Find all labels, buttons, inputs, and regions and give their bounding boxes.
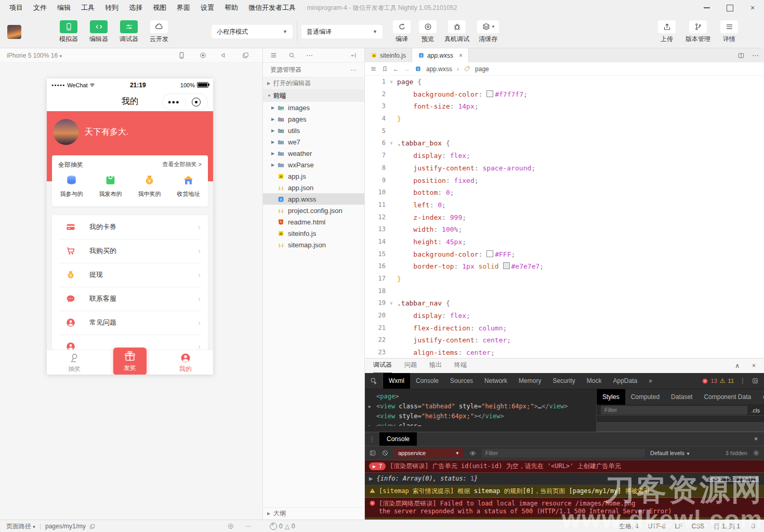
tree-item-readme.html[interactable]: ▶5readme.html (263, 216, 364, 228)
minimize-button[interactable] (695, 0, 718, 16)
project-root-section[interactable]: ▼ 前端 (263, 89, 364, 102)
repeat-count-badge[interactable]: ▶ 7 (369, 462, 386, 470)
menu-item-2[interactable]: 编辑 (52, 3, 76, 12)
menu-item-常见问题[interactable]: 常见问题› (52, 311, 208, 335)
error-count[interactable]: 13 (711, 378, 717, 384)
live-expression-icon[interactable] (469, 449, 477, 457)
devtools-tab-security[interactable]: Security (547, 373, 581, 389)
debugger-tab-终端[interactable]: 终端 (454, 358, 467, 373)
more-icon[interactable]: ⋯ (306, 51, 313, 59)
kebab-menu-icon[interactable]: ⋮ (740, 377, 746, 384)
menu-item-6[interactable]: 视图 (148, 3, 172, 12)
expand-arrow-icon[interactable]: ▶ (368, 421, 371, 426)
open-editors-section[interactable]: ▶ 打开的编辑器 (263, 77, 364, 89)
version-manage-button[interactable]: 版本管理 (683, 20, 713, 44)
close-tab-icon[interactable]: × (459, 52, 463, 59)
status-item-2[interactable]: UTF-8 (648, 523, 666, 530)
list-icon[interactable] (270, 51, 278, 59)
lottery-item-我发布的[interactable]: 我发布的 (91, 174, 130, 198)
speaker-icon[interactable] (220, 51, 228, 59)
fold-icon[interactable]: ∨ (386, 137, 397, 150)
styles-tab-computed[interactable]: Computed (625, 389, 665, 405)
console-sidebar-icon[interactable] (369, 449, 376, 457)
cloud-dev-button[interactable]: 云开发 (146, 20, 172, 44)
rotate-device-icon[interactable] (178, 51, 186, 59)
devtools-tab-console[interactable]: Console (410, 373, 444, 389)
mode-select[interactable]: 小程序模式 ▼ (212, 25, 293, 38)
maximize-button[interactable] (718, 0, 741, 16)
avatar[interactable] (53, 119, 79, 145)
menu-item-1[interactable]: 文件 (28, 3, 52, 12)
debugger-tab-输出[interactable]: 输出 (429, 358, 442, 373)
menu-item-8[interactable]: 设置 (195, 3, 219, 12)
styles-tab-component-data[interactable]: Component Data (698, 389, 757, 405)
console-filter-input[interactable]: Filter (482, 449, 645, 458)
styles-tab-dataset[interactable]: Dataset (665, 389, 698, 405)
console-message-0[interactable]: ▶ 7[渲染层错误] 广告单元 id(unit-id) 为空，请先在 '<URL… (365, 460, 764, 473)
styles-tab-styles[interactable]: Styles (597, 389, 625, 405)
devtools-tab-appdata[interactable]: AppData (607, 373, 643, 389)
problems-error-count[interactable]: 0 (279, 523, 283, 530)
lottery-item-我参与的[interactable]: 我参与的 (52, 174, 91, 198)
preview-button[interactable]: 预览 (415, 20, 441, 44)
editor-tab-app.wxss[interactable]: Sapp.wxss× (412, 48, 469, 62)
close-icon[interactable]: × (754, 435, 764, 443)
menu-item-0[interactable]: 项目 (4, 3, 28, 12)
console-message-1[interactable]: ▶ {info: Array(0), status: 1}news.js? [s… (365, 473, 764, 485)
devtools-tab-mock[interactable]: Mock (581, 373, 608, 389)
cls-toggle-button[interactable]: .cls (752, 407, 760, 414)
console-message-2[interactable]: [sitemap 索引情况提示] 根据 sitemap 的规则[0]，当前页面 … (365, 485, 764, 498)
menu-item-4[interactable]: 转到 (100, 3, 124, 12)
menu-item-10[interactable]: 微信开发者工具 (243, 3, 301, 12)
devtools-tab-sources[interactable]: Sources (444, 373, 479, 389)
lottery-item-收货地址[interactable]: 收货地址 (169, 174, 208, 198)
wxml-node-1[interactable]: ▶<view class="tabhead" style="height:64p… (365, 402, 596, 411)
wxml-tree[interactable]: <page>▶<view class="tabhead" style="heig… (365, 389, 597, 432)
js-context-select[interactable]: appservice ▼ (394, 448, 464, 458)
bell-icon[interactable] (749, 523, 757, 530)
more-icon[interactable]: ⋯ (245, 523, 251, 530)
fold-icon[interactable]: ∨ (386, 297, 397, 310)
tree-item-wxParse[interactable]: ▶wxParse (263, 159, 364, 170)
tree-item-images[interactable]: ▶images (263, 102, 364, 113)
debugger-tab-调试器[interactable]: 调试器 (373, 358, 392, 374)
debugger-tab-问题[interactable]: 问题 (404, 358, 417, 373)
kebab-menu-icon[interactable]: ⋮ (365, 435, 379, 443)
dock-icon[interactable] (752, 377, 759, 384)
real-device-debug-button[interactable]: 真机调试 (441, 20, 473, 44)
menu-item-联系客服[interactable]: 联系客服› (52, 287, 208, 311)
compile-mode-select[interactable]: 普通编译 ▼ (301, 25, 383, 38)
tab-我的[interactable]: 我的 (157, 350, 213, 375)
tree-item-utils[interactable]: ▶utils (263, 125, 364, 136)
close-button[interactable]: × (741, 0, 764, 16)
wxml-node-0[interactable]: <page> (365, 392, 596, 402)
expand-arrow-icon[interactable]: ▶ (368, 402, 371, 411)
menu-item-我购买的[interactable]: 我购买的› (52, 239, 208, 263)
nav-back-icon[interactable]: ← (393, 65, 399, 73)
search-icon[interactable] (288, 51, 296, 59)
tree-item-app.js[interactable]: ▶JSapp.js (263, 170, 364, 182)
editor-tab-siteinfo.js[interactable]: JSsiteinfo.js (365, 48, 412, 62)
console-messages[interactable]: ▶ 7[渲染层错误] 广告单元 id(unit-id) 为空，请先在 '<URL… (365, 460, 764, 520)
view-all-lottery-link[interactable]: 查看全部抽奖 > (163, 161, 202, 169)
code-editor[interactable]: 1∨page {2 background-color: #f7f7f7;3 fo… (365, 76, 764, 358)
collapse-panel-icon[interactable] (350, 52, 358, 59)
wxml-node-3[interactable]: ▶<view class= (365, 421, 596, 426)
devtools-tab-memory[interactable]: Memory (513, 373, 547, 389)
menu-item-5[interactable]: 选择 (124, 3, 148, 12)
menu-item-3[interactable]: 工具 (76, 3, 100, 12)
detail-button[interactable]: 详情 (716, 20, 742, 44)
upload-button[interactable]: 上传 (654, 20, 680, 44)
user-avatar[interactable] (7, 25, 21, 39)
bookmark-icon[interactable] (381, 65, 388, 72)
outline-section[interactable]: ▶ 大纲 (263, 507, 364, 520)
source-link[interactable]: news.js? [sm]:6 (701, 475, 759, 483)
home-capsule-button[interactable] (186, 98, 208, 107)
more-icon[interactable]: ⋯ (350, 66, 357, 74)
simulator-button[interactable]: 模拟器 (56, 20, 82, 44)
console-message-4[interactable]: [sitemap 索引情况提示] 根据 sitemap 的规则[0]，当前页面 … (365, 518, 764, 520)
tree-item-pages[interactable]: ▶pages (263, 113, 364, 125)
status-item-4[interactable]: CSS (692, 523, 705, 530)
editor-button[interactable]: 编辑器 (86, 20, 112, 44)
record-icon[interactable] (199, 51, 207, 59)
